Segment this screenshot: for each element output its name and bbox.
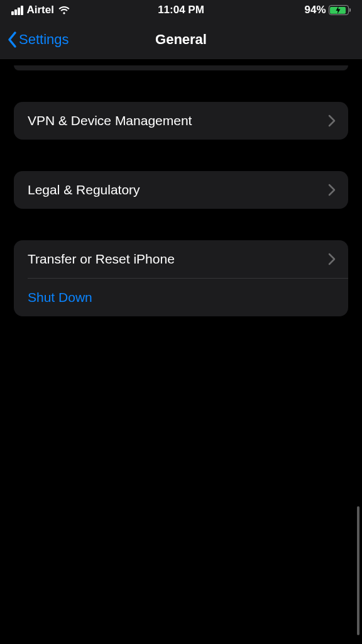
row-legal-regulatory[interactable]: Legal & Regulatory bbox=[14, 171, 348, 209]
page-title: General bbox=[155, 31, 207, 48]
chevron-right-icon bbox=[328, 184, 336, 196]
nav-header: Settings General bbox=[0, 20, 362, 59]
back-label: Settings bbox=[19, 31, 69, 48]
row-label: Shut Down bbox=[28, 290, 92, 305]
row-label: VPN & Device Management bbox=[28, 113, 192, 128]
battery-percent: 94% bbox=[304, 4, 326, 16]
row-transfer-reset[interactable]: Transfer or Reset iPhone bbox=[14, 240, 348, 278]
chevron-right-icon bbox=[328, 253, 336, 265]
group-legal: Legal & Regulatory bbox=[14, 171, 348, 209]
group-vpn: VPN & Device Management bbox=[14, 102, 348, 140]
previous-group-edge bbox=[14, 65, 348, 70]
content: VPN & Device Management Legal & Regulato… bbox=[0, 65, 362, 316]
status-right: 94% bbox=[304, 4, 351, 16]
row-label: Legal & Regulatory bbox=[28, 182, 140, 197]
back-button[interactable]: Settings bbox=[6, 31, 69, 48]
battery-icon bbox=[329, 5, 351, 15]
wifi-icon bbox=[58, 6, 70, 15]
cellular-signal-icon bbox=[11, 6, 23, 15]
charging-bolt-icon bbox=[336, 6, 341, 14]
row-shut-down[interactable]: Shut Down bbox=[14, 279, 348, 316]
status-left: Airtel bbox=[11, 4, 70, 16]
group-reset: Transfer or Reset iPhone Shut Down bbox=[14, 240, 348, 316]
status-bar: Airtel 11:04 PM 94% bbox=[0, 0, 362, 20]
clock: 11:04 PM bbox=[158, 4, 204, 16]
scroll-indicator[interactable] bbox=[357, 506, 359, 635]
chevron-right-icon bbox=[328, 114, 336, 127]
row-label: Transfer or Reset iPhone bbox=[28, 252, 175, 267]
row-vpn-device-management[interactable]: VPN & Device Management bbox=[14, 102, 348, 140]
carrier-label: Airtel bbox=[27, 4, 54, 16]
chevron-left-icon bbox=[6, 31, 18, 48]
